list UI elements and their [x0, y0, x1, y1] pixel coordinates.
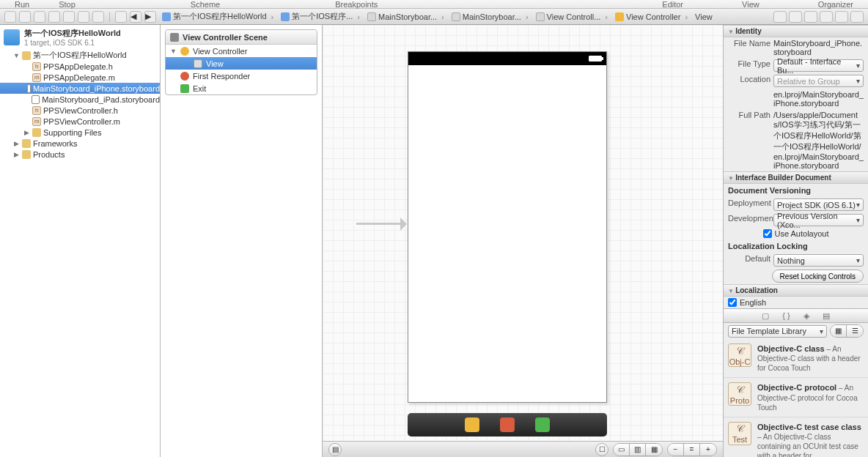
development-label: Development — [728, 214, 770, 223]
view-label[interactable]: View — [727, 0, 774, 8]
run-label[interactable]: Run — [0, 0, 44, 8]
filetype-select[interactable]: Default - Interface Bu... — [773, 59, 864, 72]
nav-tab-icon[interactable] — [78, 11, 89, 23]
editor-label[interactable]: Editor — [647, 0, 698, 8]
file-row[interactable]: ▶Supporting Files — [0, 127, 160, 138]
nav-tab-icon[interactable] — [19, 11, 31, 23]
related-items-icon[interactable] — [115, 11, 127, 23]
project-navigator: 第一个IOS程序HelloWorld 1 target, iOS SDK 6.1… — [0, 25, 161, 457]
outline-toggle-icon[interactable]: ▤ — [328, 443, 342, 456]
outline-row[interactable]: First Responder — [166, 70, 317, 82]
file-row[interactable]: PPSViewController.h — [0, 105, 160, 116]
breakpoints-label[interactable]: Breakpoints — [320, 0, 392, 8]
storyboard-icon — [452, 12, 460, 21]
file-row[interactable]: PPSViewController.m — [0, 116, 160, 127]
library-item[interactable]: 𝒞ProtoObjective-C protocol – An Objectiv… — [724, 378, 868, 417]
nav-tab-icon[interactable] — [63, 11, 75, 23]
iphone-preview[interactable] — [408, 51, 607, 403]
any-any-icon[interactable]: ☐ — [595, 443, 608, 456]
exit-dock-icon[interactable] — [535, 417, 550, 432]
template-icon: 𝒞Proto — [728, 382, 751, 406]
folder-icon — [22, 139, 31, 148]
first-responder-dock-icon[interactable] — [500, 417, 515, 432]
layout-segmented[interactable]: ▭▥▦ — [613, 443, 663, 456]
project-subtitle: 1 target, iOS SDK 6.1 — [24, 39, 121, 47]
jump-vc[interactable]: View Controll... — [547, 12, 601, 21]
ibdoc-section[interactable]: Interface Builder Document — [724, 171, 868, 184]
library-list[interactable]: 𝒞Obj-CObjective-C class – An Objective-C… — [724, 339, 868, 457]
library-item[interactable]: 𝒞TestObjective-C test case class – An Ob… — [724, 417, 868, 457]
jump-file[interactable]: MainStoryboar... — [378, 12, 437, 21]
identity-section[interactable]: Identity — [724, 25, 868, 37]
outline-header[interactable]: View Controller Scene — [166, 30, 317, 45]
back-icon[interactable]: ◀ — [130, 11, 141, 23]
library-tabs[interactable]: ▢{ }◈▤ — [724, 308, 868, 323]
file-label: Products — [33, 150, 65, 159]
m-icon — [32, 73, 41, 82]
location-path: en.lproj/MainStoryboard_iPhone.storyboar… — [773, 90, 864, 108]
file-row[interactable]: ▶Products — [0, 149, 160, 160]
scheme-label[interactable]: Scheme — [176, 0, 235, 8]
inspector-tab-icon[interactable] — [789, 11, 802, 23]
development-select[interactable]: Previous Version (Xco... — [773, 214, 864, 226]
scene-dock[interactable] — [408, 413, 607, 436]
file-tree[interactable]: ▼第一个IOS程序HelloWorldPPSAppDelegate.hPPSAp… — [0, 50, 160, 457]
zoom-segmented[interactable]: −=+ — [667, 443, 717, 456]
default-label: Default — [728, 254, 770, 263]
project-header[interactable]: 第一个IOS程序HelloWorld 1 target, iOS SDK 6.1 — [0, 25, 160, 50]
jump-bar[interactable]: 第一个IOS程序HelloWorld 第一个IOS程序... MainStory… — [159, 10, 770, 23]
file-row[interactable]: MainStoryboard_iPhone.storyboard — [0, 83, 160, 94]
nav-tab-icon[interactable] — [48, 11, 60, 23]
vc-dock-icon[interactable] — [465, 417, 479, 432]
fullpath-value: /Users/apple/Documents/IOS学习练习代码/第一个IOS程… — [773, 111, 864, 170]
outline-row[interactable]: Exit — [166, 82, 317, 94]
template-icon: 𝒞Obj-C — [728, 343, 751, 367]
organizer-label[interactable]: Organizer — [803, 0, 868, 8]
localization-section[interactable]: Localization — [724, 284, 868, 297]
fullpath-label: Full Path — [728, 111, 770, 119]
jump-view[interactable]: View — [695, 12, 713, 21]
library-select[interactable]: File Template Library — [728, 325, 827, 338]
reset-locking-button[interactable]: Reset Locking Controls — [772, 270, 864, 283]
fr-icon — [180, 72, 189, 81]
location-select[interactable]: Relative to Group — [773, 75, 864, 87]
file-label: PPSViewController.m — [43, 117, 120, 126]
default-select[interactable]: Nothing — [773, 254, 864, 267]
inspector-tab-icon[interactable] — [820, 11, 833, 23]
storyboard-canvas[interactable]: ▤ ☐ ▭▥▦ −=+ — [323, 25, 723, 457]
nav-tab-icon[interactable] — [4, 11, 16, 23]
jump-folder[interactable]: 第一个IOS程序... — [292, 11, 353, 22]
nav-tab-icon[interactable] — [34, 11, 45, 23]
file-row[interactable]: ▶Frameworks — [0, 138, 160, 149]
autolayout-checkbox[interactable] — [763, 229, 772, 238]
library-view-seg[interactable]: ▦☰ — [830, 324, 864, 338]
inspector-tab-icon[interactable] — [804, 11, 817, 23]
nav-tab-icon[interactable] — [92, 11, 104, 23]
outline-row[interactable]: ▼View Controller — [166, 45, 317, 57]
inspector-tab-icon[interactable] — [850, 11, 864, 23]
english-checkbox[interactable] — [728, 298, 737, 307]
library-desc: Objective-C test case class – An Objecti… — [757, 422, 864, 457]
deployment-select[interactable]: Project SDK (iOS 6.1) — [773, 198, 864, 211]
library-item[interactable]: 𝒞Obj-CObjective-C class – An Objective-C… — [724, 339, 868, 378]
vc-icon — [536, 12, 545, 21]
stop-label[interactable]: Stop — [44, 0, 90, 8]
h-icon — [32, 106, 41, 115]
jump-vc2[interactable]: View Controller — [626, 12, 680, 21]
file-label: MainStoryboard_iPad.storyboard — [42, 95, 160, 104]
jump-scene[interactable]: MainStoryboar... — [463, 12, 521, 21]
jump-project[interactable]: 第一个IOS程序HelloWorld — [173, 11, 267, 22]
file-row[interactable]: PPSAppDelegate.h — [0, 61, 160, 72]
forward-icon[interactable]: ▶ — [144, 11, 156, 23]
battery-icon — [589, 56, 602, 62]
location-label: Location — [728, 75, 770, 83]
outline-label: First Responder — [193, 72, 250, 81]
file-row[interactable]: PPSAppDelegate.m — [0, 72, 160, 83]
initial-vc-arrow[interactable] — [356, 223, 406, 225]
inspector-tab-icon[interactable] — [773, 11, 787, 23]
file-row[interactable]: ▼第一个IOS程序HelloWorld — [0, 50, 160, 61]
deployment-label: Deployment — [728, 198, 770, 207]
file-row[interactable]: MainStoryboard_iPad.storyboard — [0, 94, 160, 105]
outline-row[interactable]: View — [166, 57, 317, 70]
inspector-tab-icon[interactable] — [835, 11, 848, 23]
